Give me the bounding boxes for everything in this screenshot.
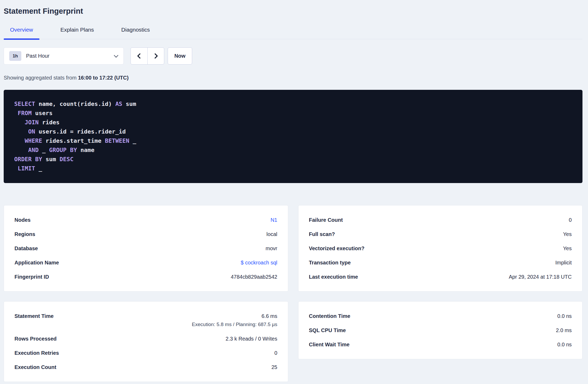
row-label: Failure Count: [309, 217, 343, 223]
row-value: 2.0 ms: [556, 327, 572, 333]
tab-explain-plans-label: Explain Plans: [61, 27, 94, 33]
interval-nav-group: [131, 47, 164, 65]
row-value: 25: [271, 364, 277, 370]
row-value: 4784cb829aab2542: [231, 274, 277, 280]
row-label: SQL CPU Time: [309, 327, 346, 333]
detail-row-application-name: Application Name $ cockroach sql: [14, 260, 277, 265]
statement-fingerprint-page: Statement Fingerprint Overview Explain P…: [4, 0, 582, 382]
sql-line: JOIN rides: [14, 118, 572, 127]
tab-overview-label: Overview: [10, 27, 33, 33]
now-button[interactable]: Now: [168, 47, 192, 65]
row-label: Execution Retries: [14, 350, 59, 356]
time-toolbar: 1h Past Hour Now: [4, 47, 582, 65]
stats-line-range: 16:00 to 17:22 (UTC): [78, 75, 128, 81]
sql-line: SELECT name, count(rides.id) AS sum: [14, 99, 572, 109]
stat-row-execution-retries: Execution Retries 0: [14, 350, 277, 356]
sql-line: WHERE rides.start_time BETWEEN _: [14, 136, 572, 145]
row-value: 6.6 ms: [261, 313, 277, 319]
chevron-right-icon: [152, 53, 158, 59]
row-label: Fingerprint ID: [14, 274, 49, 280]
tab-diagnostics[interactable]: Diagnostics: [115, 26, 156, 39]
stat-row-statement-time: Statement Time 6.6 ms Execution: 5.8 ms …: [14, 313, 277, 327]
row-label: Transaction type: [309, 260, 351, 265]
sql-line: ORDER BY sum DESC: [14, 155, 572, 164]
attr-row-failure-count: Failure Count 0: [309, 217, 572, 223]
card-statement-details: Nodes N1 Regions local Database movr App…: [4, 205, 288, 292]
attr-row-full-scan: Full scan? Yes: [309, 231, 572, 237]
stat-row-execution-count: Execution Count 25: [14, 364, 277, 370]
row-value: 2.3 k Reads / 0 Writes: [226, 336, 277, 342]
stats-line-prefix: Showing aggregated stats from: [4, 75, 77, 81]
row-value: Apr 29, 2024 at 17:18 UTC: [509, 274, 572, 280]
attr-row-transaction-type: Transaction type Implicit: [309, 260, 572, 265]
row-value: Yes: [563, 245, 572, 251]
stat-row-rows-processed: Rows Processed 2.3 k Reads / 0 Writes: [14, 336, 277, 342]
statement-time-values: 6.6 ms Execution: 5.8 ms / Planning: 687…: [192, 313, 277, 327]
sql-line: FROM users: [14, 109, 572, 118]
row-label: Statement Time: [14, 313, 54, 319]
row-label: Database: [14, 245, 38, 251]
sql-line: ON users.id = rides.rider_id: [14, 127, 572, 136]
row-label: Contention Time: [309, 313, 350, 319]
tab-diagnostics-label: Diagnostics: [121, 27, 150, 33]
row-label: Full scan?: [309, 231, 335, 237]
row-label: Rows Processed: [14, 336, 57, 342]
row-value: 0: [569, 217, 572, 223]
card-execution-attributes: Failure Count 0 Full scan? Yes Vectorize…: [298, 205, 583, 292]
statement-time-breakdown: Execution: 5.8 ms / Planning: 687.5 µs: [192, 322, 277, 327]
row-label: Execution Count: [14, 364, 56, 370]
detail-row-fingerprint-id: Fingerprint ID 4784cb829aab2542: [14, 274, 277, 280]
time-interval-picker[interactable]: 1h Past Hour: [4, 47, 124, 65]
chevron-left-icon: [137, 53, 143, 59]
detail-row-database: Database movr: [14, 245, 277, 251]
row-label: Last execution time: [309, 274, 358, 280]
sql-line: AND _ GROUP BY name: [14, 145, 572, 155]
application-name-link[interactable]: $ cockroach sql: [241, 260, 277, 265]
tab-overview[interactable]: Overview: [4, 26, 39, 39]
row-label: Nodes: [14, 217, 31, 223]
row-value: Implicit: [555, 260, 572, 265]
row-value: local: [266, 231, 277, 237]
time-row-sql-cpu: SQL CPU Time 2.0 ms: [309, 327, 572, 333]
tab-explain-plans[interactable]: Explain Plans: [54, 26, 100, 39]
detail-row-regions: Regions local: [14, 231, 277, 237]
row-value: movr: [266, 245, 277, 251]
row-label: Application Name: [14, 260, 59, 265]
detail-row-nodes: Nodes N1: [14, 217, 277, 223]
sql-statement-box: SELECT name, count(rides.id) AS sum FROM…: [4, 90, 582, 183]
attr-row-vectorized: Vectorized execution? Yes: [309, 245, 572, 251]
row-label: Client Wait Time: [309, 342, 350, 347]
row-label: Regions: [14, 231, 35, 237]
interval-badge: 1h: [9, 51, 21, 61]
attr-row-last-execution-time: Last execution time Apr 29, 2024 at 17:1…: [309, 274, 572, 280]
row-value: Yes: [563, 231, 572, 237]
prev-interval-button[interactable]: [131, 48, 147, 64]
page-title: Statement Fingerprint: [4, 0, 582, 16]
card-statement-stats: Statement Time 6.6 ms Execution: 5.8 ms …: [4, 301, 288, 382]
row-label: Vectorized execution?: [309, 245, 365, 251]
tab-bar: Overview Explain Plans Diagnostics: [4, 26, 582, 39]
nodes-link[interactable]: N1: [271, 217, 277, 223]
time-row-contention: Contention Time 0.0 ns: [309, 313, 572, 319]
row-value: 0.0 ns: [557, 313, 572, 319]
aggregated-stats-line: Showing aggregated stats from 16:00 to 1…: [4, 75, 582, 81]
card-time-stats: Contention Time 0.0 ns SQL CPU Time 2.0 …: [298, 301, 583, 359]
chevron-down-icon: [114, 53, 118, 57]
interval-label: Past Hour: [26, 53, 49, 59]
next-interval-button[interactable]: [147, 48, 164, 64]
row-value: 0: [274, 350, 277, 356]
sql-line: LIMIT _: [14, 164, 572, 173]
summary-cards: Nodes N1 Regions local Database movr App…: [4, 205, 582, 382]
time-row-client-wait: Client Wait Time 0.0 ns: [309, 342, 572, 347]
row-value: 0.0 ns: [557, 342, 572, 347]
